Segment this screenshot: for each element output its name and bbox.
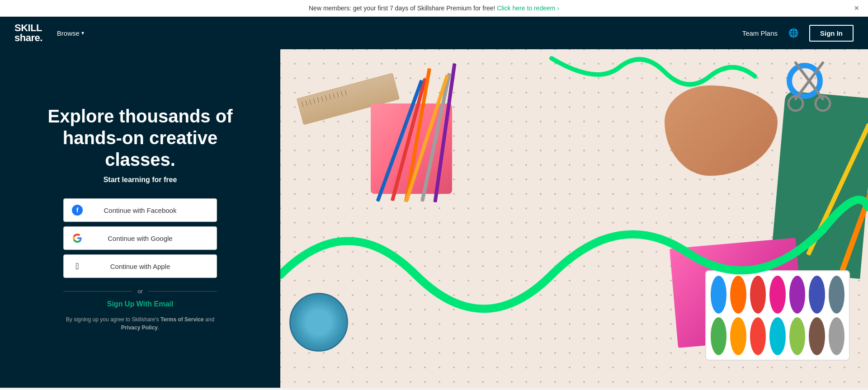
palette-color-dot [769, 317, 785, 355]
facebook-auth-button[interactable]: f Continue with Facebook [63, 198, 217, 222]
or-divider: or [63, 288, 217, 295]
palette-color-dot [750, 276, 766, 314]
right-panel [280, 49, 868, 388]
palette-color-dot [711, 276, 726, 314]
palette-color-dot [789, 317, 805, 355]
palette-color-dot [730, 276, 746, 314]
google-auth-label: Continue with Google [64, 235, 217, 242]
palette-color-dot [750, 317, 766, 355]
hero-subheadline: Start learning for free [104, 176, 177, 184]
top-banner: New members: get your first 7 days of Sk… [0, 0, 868, 17]
banner-text: New members: get your first 7 days of Sk… [309, 5, 495, 12]
logo: SKILL share. [14, 23, 42, 43]
banner-link[interactable]: Click here to redeem › [497, 5, 559, 12]
palette-color-dot [809, 276, 825, 314]
apple-icon:  [72, 261, 83, 272]
google-icon [72, 233, 83, 244]
palette-color-dot [730, 317, 746, 355]
terms-text: By signing up you agree to Skillshare's … [63, 315, 217, 332]
navbar: SKILL share. Browse ▾ Team Plans 🌐 Sign … [0, 17, 868, 49]
palette-color-dot [711, 317, 726, 355]
palette-color-dot [809, 317, 825, 355]
apple-auth-label: Continue with Apple [64, 263, 217, 270]
browse-chevron-icon: ▾ [81, 30, 84, 36]
banner-close-button[interactable]: × [854, 4, 859, 13]
green-rope-decoration [280, 49, 868, 140]
or-text: or [132, 288, 148, 295]
facebook-icon: f [72, 205, 83, 216]
privacy-link[interactable]: Privacy Policy [121, 324, 158, 331]
watercolor-palette-decoration [705, 270, 850, 361]
palette-color-dot [829, 276, 844, 314]
facebook-auth-label: Continue with Facebook [64, 207, 217, 214]
team-plans-link[interactable]: Team Plans [742, 29, 778, 37]
duct-tape-decoration [289, 293, 348, 352]
main-content: Explore thousands of hands-on creative c… [0, 49, 868, 388]
browse-button[interactable]: Browse ▾ [57, 29, 84, 37]
nav-right: Team Plans 🌐 Sign In [742, 25, 854, 42]
palette-color-dot [829, 317, 844, 355]
apple-auth-button[interactable]:  Continue with Apple [63, 254, 217, 278]
google-auth-button[interactable]: Continue with Google [63, 226, 217, 250]
left-panel: Explore thousands of hands-on creative c… [0, 49, 280, 388]
hero-headline: Explore thousands of hands-on creative c… [27, 105, 253, 170]
pegboard-background [280, 49, 868, 388]
terms-link[interactable]: Terms of Service [160, 316, 204, 323]
palette-color-dot [789, 276, 805, 314]
signup-email-button[interactable]: Sign Up With Email [107, 300, 174, 308]
sign-in-button[interactable]: Sign In [809, 25, 854, 42]
logo-text: SKILL share. [14, 23, 42, 43]
globe-icon[interactable]: 🌐 [788, 28, 798, 38]
palette-color-dot [769, 276, 785, 314]
